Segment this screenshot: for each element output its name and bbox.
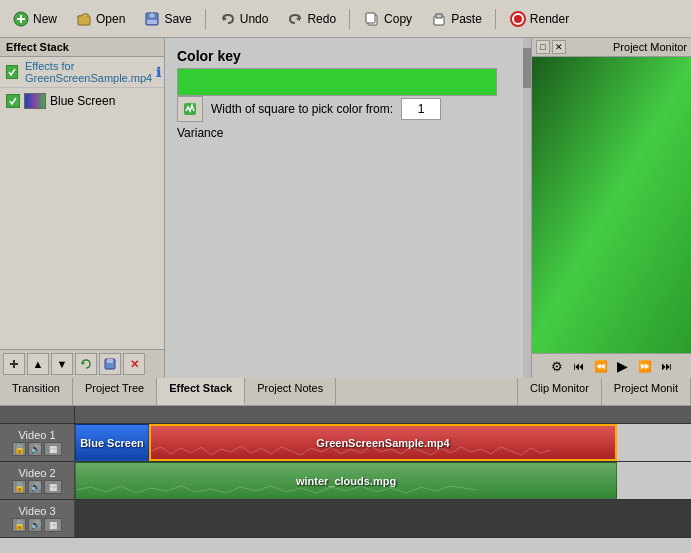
redo-button[interactable]: Redo (278, 6, 344, 32)
open-button[interactable]: Open (67, 6, 133, 32)
effect-enable-checkbox[interactable] (6, 94, 20, 108)
monitor-minimize-button[interactable]: □ (536, 40, 550, 54)
effect-name-label: Blue Screen (50, 94, 115, 108)
track-label-video2: Video 2 🔒 🔊 ▦ (0, 462, 75, 499)
undo-label: Undo (240, 12, 269, 26)
svg-rect-5 (149, 13, 155, 18)
monitor-header: □ ✕ Project Monitor (532, 38, 691, 57)
variance-section: Variance (177, 126, 511, 140)
track-thumb-video3[interactable]: ▦ (44, 518, 62, 532)
track-row-video1: Video 1 🔒 🔊 ▦ Blue Screen GreenScreenSam… (0, 424, 691, 462)
paste-button[interactable]: Paste (422, 6, 490, 32)
save-icon (143, 10, 161, 28)
new-button[interactable]: New (4, 6, 65, 32)
width-row: Width of square to pick color from: (177, 96, 511, 122)
toolbar: New Open Save Undo (0, 0, 691, 38)
track-label-video3: Video 3 🔒 🔊 ▦ (0, 500, 75, 537)
new-label: New (33, 12, 57, 26)
separator-1 (205, 9, 206, 29)
monitor-controls: ⚙ ⏮ ⏪ ▶ ⏩ ⏭ (532, 353, 691, 378)
track-controls-video2: 🔒 🔊 ▦ (12, 480, 62, 494)
track-thumb-video2[interactable]: ▦ (44, 480, 62, 494)
color-bar[interactable] (177, 68, 497, 96)
monitor-panel: □ ✕ Project Monitor ⚙ ⏮ ⏪ (531, 38, 691, 378)
width-label: Width of square to pick color from: (211, 102, 393, 116)
color-key-panel: Color key Width of square to pick color … (165, 38, 531, 378)
effect-stack-panel: Effect Stack Effects for GreenScreenSamp… (0, 38, 165, 378)
tab-project-tree[interactable]: Project Tree (73, 378, 157, 405)
tab-clip-monitor[interactable]: Clip Monitor (517, 378, 602, 405)
track-label-video1: Video 1 🔒 🔊 ▦ (0, 424, 75, 461)
tabs-bar: Transition Project Tree Effect Stack Pro… (0, 378, 691, 406)
track-lock-video2[interactable]: 🔒 (12, 480, 26, 494)
monitor-next-button[interactable]: ⏭ (658, 357, 676, 375)
svg-rect-6 (147, 20, 157, 24)
save-effect-button[interactable] (99, 353, 121, 375)
color-picker-button[interactable] (177, 96, 203, 122)
save-button[interactable]: Save (135, 6, 199, 32)
time-ruler: 00:00:00:00 00:00:01:00 00:00:02:00 00:0… (0, 406, 691, 424)
track-name-video1: Video 1 (18, 429, 55, 441)
tab-project-monitor[interactable]: Project Monit (602, 378, 691, 405)
effect-toolbar: ▲ ▼ ✕ (0, 349, 164, 378)
track-content-video2: winter_clouds.mpg (75, 462, 691, 499)
render-button[interactable]: Render (501, 6, 577, 32)
track-lock-video1[interactable]: 🔒 (12, 442, 26, 456)
add-effect-button[interactable] (3, 353, 25, 375)
effect-stack-title: Effect Stack (0, 38, 164, 57)
undo-button[interactable]: Undo (211, 6, 277, 32)
main-area: Effect Stack Effects for GreenScreenSamp… (0, 38, 691, 378)
width-input[interactable] (401, 98, 441, 120)
monitor-play-button[interactable]: ▶ (614, 357, 632, 375)
track-mute-video1[interactable]: 🔊 (28, 442, 42, 456)
clip-winter-clouds[interactable]: winter_clouds.mpg (75, 462, 617, 499)
copy-icon (363, 10, 381, 28)
paste-icon (430, 10, 448, 28)
monitor-prev-button[interactable]: ⏮ (570, 357, 588, 375)
undo-icon (219, 10, 237, 28)
track-name-video2: Video 2 (18, 467, 55, 479)
monitor-settings-button[interactable]: ⚙ (548, 357, 566, 375)
monitor-title: Project Monitor (613, 41, 687, 53)
redo-icon (286, 10, 304, 28)
tab-transition[interactable]: Transition (0, 378, 73, 405)
track-row-video3: Video 3 🔒 🔊 ▦ (0, 500, 691, 538)
track-mute-video2[interactable]: 🔊 (28, 480, 42, 494)
track-lock-video3[interactable]: 🔒 (12, 518, 26, 532)
track-content-video3 (75, 500, 691, 537)
move-down-button[interactable]: ▼ (51, 353, 73, 375)
effect-checkbox[interactable] (6, 65, 18, 79)
tab-project-notes[interactable]: Project Notes (245, 378, 336, 405)
copy-button[interactable]: Copy (355, 6, 420, 32)
monitor-rewind-button[interactable]: ⏪ (592, 357, 610, 375)
new-icon (12, 10, 30, 28)
copy-label: Copy (384, 12, 412, 26)
clip-greenscreen[interactable]: GreenScreenSample.mp4 (149, 424, 617, 461)
scroll-thumb[interactable] (523, 48, 531, 88)
track-mute-video3[interactable]: 🔊 (28, 518, 42, 532)
clip-blue-screen[interactable]: Blue Screen (75, 424, 149, 461)
redo-label: Redo (307, 12, 336, 26)
render-icon (509, 10, 527, 28)
info-icon: ℹ (156, 65, 161, 80)
monitor-close-button[interactable]: ✕ (552, 40, 566, 54)
monitor-view (532, 57, 691, 353)
remove-effect-button[interactable]: ✕ (123, 353, 145, 375)
svg-rect-19 (107, 359, 113, 363)
separator-3 (495, 9, 496, 29)
timeline-area: 00:00:00:00 00:00:01:00 00:00:02:00 00:0… (0, 406, 691, 553)
right-scrollbar[interactable] (523, 38, 531, 378)
effect-list: Blue Screen (0, 88, 164, 349)
reset-effect-button[interactable] (75, 353, 97, 375)
track-row-video2: Video 2 🔒 🔊 ▦ winter_clouds.mpg (0, 462, 691, 500)
tab-effect-stack[interactable]: Effect Stack (157, 378, 245, 405)
svg-point-14 (514, 15, 522, 23)
effect-item-blue-screen[interactable]: Blue Screen (2, 90, 162, 112)
save-label: Save (164, 12, 191, 26)
track-content-video1: Blue Screen GreenScreenSample.mp4 (75, 424, 691, 461)
variance-label: Variance (177, 126, 511, 140)
move-up-button[interactable]: ▲ (27, 353, 49, 375)
monitor-forward-button[interactable]: ⏩ (636, 357, 654, 375)
track-name-video3: Video 3 (18, 505, 55, 517)
track-thumb-video1[interactable]: ▦ (44, 442, 62, 456)
